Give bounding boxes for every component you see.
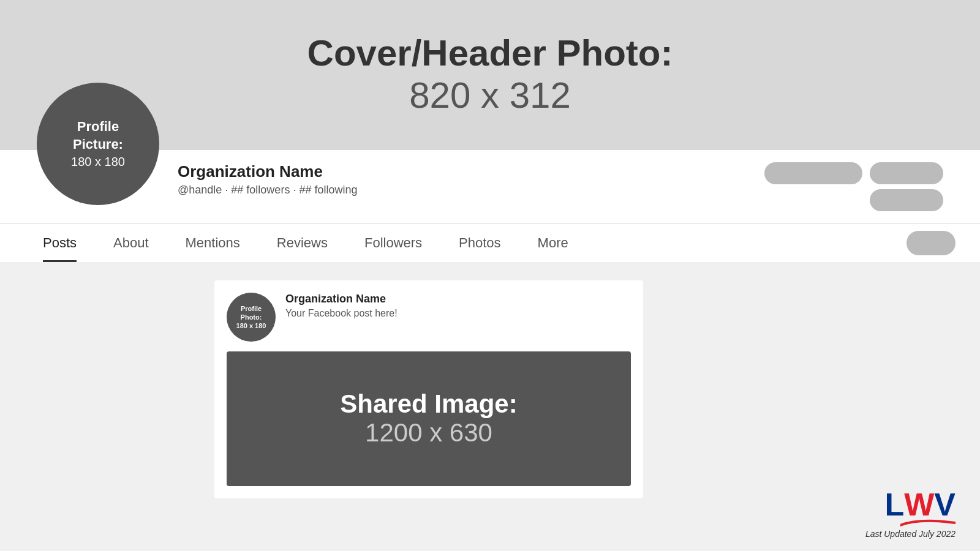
profile-button-3[interactable] [870,189,943,211]
profile-picture-size: 180 x 180 [71,154,125,170]
profile-picture-circle: ProfilePicture: 180 x 180 [37,83,159,205]
tab-posts[interactable]: Posts [24,224,95,262]
shared-image-block: Shared Image: 1200 x 630 [227,351,631,486]
profile-section: ProfilePicture: 180 x 180 Organization N… [0,150,980,223]
cover-text-block: Cover/Header Photo: 820 x 312 [307,33,673,118]
lwv-swoosh-icon [900,518,956,528]
tab-more[interactable]: More [519,224,587,262]
profile-buttons-row1 [764,162,943,184]
nav-search-button[interactable] [907,231,956,255]
cover-title: Cover/Header Photo: [307,33,673,73]
profile-info-left: Organization Name @handle · ## followers… [178,162,357,197]
profile-picture-label: ProfilePicture: [73,118,123,153]
tab-reviews[interactable]: Reviews [258,224,346,262]
post-header: ProfilePhoto: 180 x 180 Organization Nam… [227,293,631,342]
handle-info: @handle · ## followers · ## following [178,184,357,197]
post-profile-size: 180 x 180 [236,321,266,330]
post-text: Your Facebook post here! [285,308,398,319]
lwv-letter-w: W [904,489,934,520]
post-info: Organization Name Your Facebook post her… [285,293,398,319]
post-profile-picture: ProfilePhoto: 180 x 180 [227,293,276,342]
profile-button-2[interactable] [870,162,943,184]
tab-followers[interactable]: Followers [346,224,440,262]
post-org-name: Organization Name [285,293,398,305]
shared-image-title: Shared Image: [340,390,517,418]
profile-buttons [764,162,943,211]
profile-button-1[interactable] [764,162,862,184]
org-name: Organization Name [178,162,357,181]
nav-tabs: Posts About Mentions Reviews Followers P… [0,223,980,262]
lwv-letter-v: V [934,489,956,520]
main-content: ProfilePhoto: 180 x 180 Organization Nam… [0,262,980,517]
shared-image-size: 1200 x 630 [365,418,492,448]
lwv-letter-l: L [884,489,904,520]
tab-mentions[interactable]: Mentions [167,224,258,262]
tab-photos[interactable]: Photos [440,224,519,262]
lwv-logo: L W V Last Updated July 2022 [865,489,956,539]
lwv-letters: L W V [884,489,956,520]
post-card: ProfilePhoto: 180 x 180 Organization Nam… [214,280,643,498]
post-profile-label: ProfilePhoto: [241,304,262,322]
lwv-caption: Last Updated July 2022 [865,529,956,539]
tab-about[interactable]: About [95,224,167,262]
cover-dimensions: 820 x 312 [307,73,673,118]
